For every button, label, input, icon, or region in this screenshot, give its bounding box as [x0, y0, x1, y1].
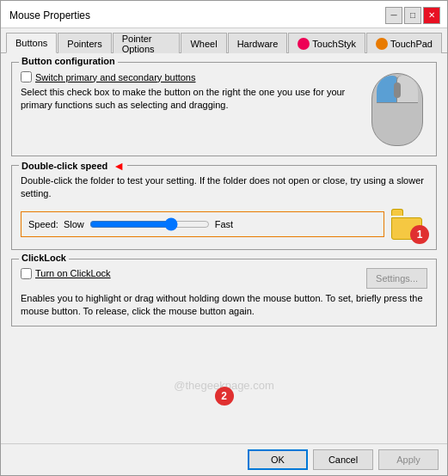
- button-config-section: Button configuration Switch primary and …: [11, 62, 437, 156]
- tab-hardware[interactable]: Hardware: [228, 33, 288, 53]
- footer: OK Cancel Apply: [1, 443, 447, 475]
- button-config-left: Switch primary and secondary buttons Sel…: [21, 71, 359, 113]
- button-config-content: Switch primary and secondary buttons Sel…: [21, 71, 427, 149]
- mouse-body: [371, 73, 423, 146]
- mouse-illustration: [367, 71, 427, 149]
- title-bar: Mouse Properties ─ □ ✕: [1, 1, 447, 28]
- window: Mouse Properties ─ □ ✕ Buttons Pointers …: [0, 0, 448, 476]
- window-title: Mouse Properties: [9, 9, 90, 21]
- cancel-button[interactable]: Cancel: [313, 449, 373, 470]
- close-button[interactable]: ✕: [423, 7, 440, 24]
- clicklock-settings-button[interactable]: Settings...: [366, 268, 427, 289]
- arrow-icon: ◄: [113, 159, 125, 173]
- tab-bar: Buttons Pointers Pointer Options Wheel H…: [1, 28, 447, 53]
- folder-tab: [391, 209, 403, 216]
- step-badge-1: 1: [410, 225, 429, 244]
- apply-button[interactable]: Apply: [378, 449, 439, 470]
- mouse-scroll-wheel: [394, 82, 401, 98]
- content-area: Button configuration Switch primary and …: [1, 53, 447, 443]
- tab-touchstyk[interactable]: TouchStyk: [288, 33, 365, 53]
- clicklock-checkbox-row: Turn on ClickLock: [21, 268, 366, 279]
- double-click-desc: Double-click the folder to test your set…: [21, 174, 427, 201]
- minimize-button[interactable]: ─: [385, 7, 402, 24]
- clicklock-title: ClickLock: [19, 253, 69, 263]
- primary-secondary-label[interactable]: Switch primary and secondary buttons: [35, 72, 195, 82]
- touchstyk-icon: [298, 38, 310, 50]
- clicklock-row: Turn on ClickLock Settings...: [21, 268, 427, 289]
- button-config-layout: Switch primary and secondary buttons Sel…: [21, 71, 427, 149]
- maximize-button[interactable]: □: [404, 7, 421, 24]
- speed-row: Speed: Slow Fast: [28, 217, 377, 231]
- tab-wheel[interactable]: Wheel: [181, 33, 226, 53]
- step-badge-2: 2: [215, 387, 234, 406]
- double-click-speed-slider[interactable]: [89, 217, 210, 231]
- tab-buttons[interactable]: Buttons: [6, 33, 57, 53]
- double-click-title: Double-click speed ◄: [19, 159, 127, 173]
- primary-secondary-checkbox[interactable]: [21, 71, 32, 82]
- touchpad-icon: [376, 38, 388, 50]
- fast-label: Fast: [215, 219, 233, 229]
- clicklock-section: ClickLock Turn on ClickLock Settings... …: [11, 259, 437, 326]
- button-config-title: Button configuration: [19, 56, 118, 66]
- tab-pointer-options[interactable]: Pointer Options: [113, 33, 181, 53]
- clicklock-checkbox[interactable]: [21, 268, 32, 279]
- double-click-content: Double-click the folder to test your set…: [21, 174, 427, 242]
- double-click-section: Double-click speed ◄ Double-click the fo…: [11, 165, 437, 250]
- slow-label: Slow: [64, 219, 84, 229]
- button-config-desc: Select this check box to make the button…: [21, 86, 359, 113]
- clicklock-left: Turn on ClickLock: [21, 268, 366, 283]
- clicklock-label[interactable]: Turn on ClickLock: [35, 268, 111, 278]
- ok-button[interactable]: OK: [248, 449, 308, 470]
- speed-label: Speed:: [28, 219, 58, 229]
- slider-container: Slow Fast: [64, 217, 377, 231]
- primary-secondary-row: Switch primary and secondary buttons: [21, 71, 359, 82]
- speed-control-box: Speed: Slow Fast: [21, 211, 384, 237]
- tab-pointers[interactable]: Pointers: [58, 33, 111, 53]
- title-bar-controls: ─ □ ✕: [385, 7, 440, 24]
- clicklock-content: Turn on ClickLock Settings... Enables yo…: [21, 268, 427, 319]
- tab-touchpad[interactable]: TouchPad: [366, 33, 442, 53]
- clicklock-desc: Enables you to highlight or drag without…: [21, 292, 427, 319]
